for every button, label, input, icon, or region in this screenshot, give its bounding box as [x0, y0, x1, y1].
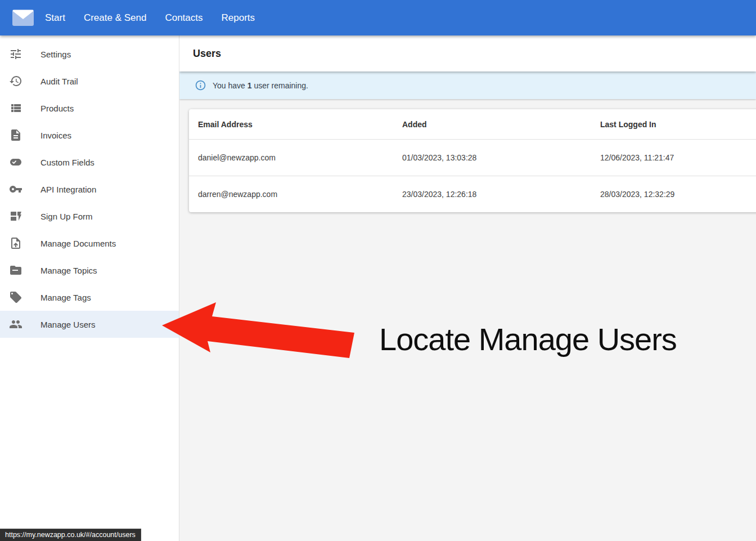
- key-icon: [9, 182, 22, 196]
- sidebar-item-label: Manage Topics: [40, 266, 97, 275]
- sidebar-item-sign-up-form[interactable]: Sign Up Form: [0, 203, 179, 230]
- sidebar-item-label: Settings: [40, 50, 71, 59]
- sidebar: SettingsAudit TrailProductsInvoicesCusto…: [0, 35, 179, 541]
- envelope-icon[interactable]: [12, 10, 34, 26]
- sidebar-item-label: Invoices: [40, 131, 71, 140]
- users-table-header-row: Email AddressAddedLast Logged In: [189, 109, 756, 140]
- sidebar-item-manage-documents[interactable]: Manage Documents: [0, 230, 179, 257]
- banner-text-before: You have: [213, 81, 248, 90]
- sidebar-item-settings[interactable]: Settings: [0, 41, 179, 68]
- sidebar-item-label: Sign Up Form: [40, 212, 93, 221]
- users-table-body: daniel@newzapp.com01/03/2023, 13:03:2812…: [189, 140, 756, 213]
- sidebar-item-audit-trail[interactable]: Audit Trail: [0, 68, 179, 95]
- banner-user-count: 1: [248, 81, 252, 90]
- sidebar-item-label: Products: [40, 104, 74, 113]
- page-header: Users: [179, 35, 756, 71]
- banner-text-after: user remaining.: [252, 81, 308, 90]
- user-added-cell: 01/03/2023, 13:03:28: [393, 140, 591, 176]
- nav-item-start[interactable]: Start: [45, 12, 65, 24]
- history-icon: [9, 74, 22, 88]
- view-list-icon: [9, 101, 22, 115]
- users-table: Email AddressAddedLast Logged In daniel@…: [189, 109, 756, 212]
- sidebar-item-manage-tags[interactable]: Manage Tags: [0, 284, 179, 311]
- sidebar-item-manage-users[interactable]: Manage Users: [0, 311, 179, 338]
- main-content: Users You have 1 user remaining. Email A…: [179, 35, 756, 541]
- info-banner-text: You have 1 user remaining.: [213, 81, 308, 90]
- document-icon: [9, 128, 22, 142]
- table-row[interactable]: daniel@newzapp.com01/03/2023, 13:03:2812…: [189, 140, 756, 176]
- dynamic-form-icon: [9, 209, 22, 223]
- info-icon: [195, 79, 206, 91]
- tag-icon: [9, 290, 22, 304]
- info-banner: You have 1 user remaining.: [179, 71, 756, 99]
- sidebar-item-invoices[interactable]: Invoices: [0, 122, 179, 149]
- tune-icon: [9, 47, 22, 61]
- people-icon: [9, 318, 22, 331]
- toggle-check-icon: [9, 155, 22, 169]
- sidebar-item-custom-fields[interactable]: Custom Fields: [0, 149, 179, 176]
- page-title: Users: [193, 48, 221, 60]
- user-added-cell: 23/03/2023, 12:26:18: [393, 176, 591, 213]
- users-table-card: Email AddressAddedLast Logged In daniel@…: [189, 109, 756, 212]
- status-url-tooltip: https://my.newzapp.co.uk/#/account/users: [0, 529, 141, 541]
- sidebar-item-label: Audit Trail: [40, 77, 78, 86]
- nav-item-reports[interactable]: Reports: [222, 12, 255, 24]
- folder-topic-icon: [9, 263, 22, 277]
- user-email-cell: darren@newzapp.com: [189, 176, 393, 213]
- sidebar-item-label: Custom Fields: [40, 158, 94, 167]
- user-last-login-cell: 28/03/2023, 12:32:29: [591, 176, 756, 213]
- sidebar-item-label: API Integration: [40, 185, 96, 194]
- top-nav-bar: StartCreate & SendContactsReports: [0, 0, 756, 35]
- nav-item-contacts[interactable]: Contacts: [165, 12, 202, 24]
- sidebar-item-label: Manage Documents: [40, 239, 116, 248]
- column-header-added: Added: [393, 109, 591, 140]
- top-nav-links: StartCreate & SendContactsReports: [45, 12, 255, 24]
- column-header-last-logged-in: Last Logged In: [591, 109, 756, 140]
- sidebar-item-manage-topics[interactable]: Manage Topics: [0, 257, 179, 284]
- column-header-email-address: Email Address: [189, 109, 393, 140]
- user-email-cell: daniel@newzapp.com: [189, 140, 393, 176]
- user-last-login-cell: 12/06/2023, 11:21:47: [591, 140, 756, 176]
- sidebar-item-api-integration[interactable]: API Integration: [0, 176, 179, 203]
- sidebar-item-label: Manage Users: [40, 320, 96, 329]
- table-row[interactable]: darren@newzapp.com23/03/2023, 12:26:1828…: [189, 176, 756, 213]
- nav-item-create-send[interactable]: Create & Send: [84, 12, 147, 24]
- sidebar-item-products[interactable]: Products: [0, 95, 179, 122]
- sidebar-item-label: Manage Tags: [40, 293, 91, 302]
- upload-file-icon: [9, 236, 22, 250]
